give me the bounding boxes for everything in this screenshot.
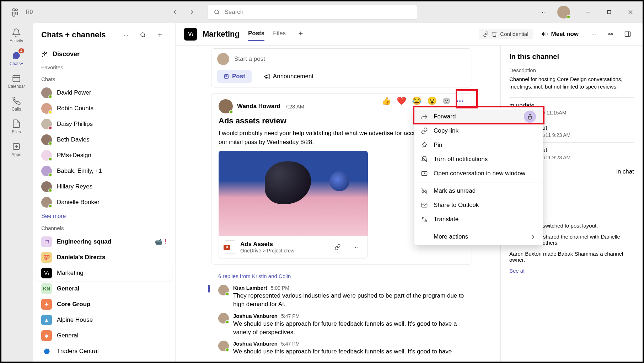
channel-name: Traders Central [57, 348, 98, 355]
titlebar-more-button[interactable]: ⋯ [536, 6, 549, 18]
favorites-header: Favorites [33, 62, 175, 73]
attachment-more-button[interactable]: ⋯ [349, 241, 362, 253]
sidebar-more-button[interactable]: ⋯ [119, 28, 132, 41]
channel-name: Core Group [57, 301, 90, 308]
sidebar-new-button[interactable] [154, 28, 166, 41]
chat-item[interactable]: Robin Counts [33, 101, 175, 116]
open-window-icon [421, 170, 428, 177]
phone-icon [12, 96, 21, 106]
window-minimize-button[interactable] [579, 5, 597, 19]
reply-avatar[interactable] [218, 313, 229, 324]
reply-item: Joshua Vanburen5:47 PMWe should use this… [211, 311, 472, 338]
reaction-add[interactable]: 🙂 [442, 97, 450, 105]
channel-logo-icon: V\ [184, 28, 197, 41]
tab-files[interactable]: Files [273, 27, 286, 41]
rail-files[interactable]: Files [4, 115, 29, 138]
chat-item[interactable]: Danielle Booker [33, 194, 175, 210]
reaction-laugh[interactable]: 😂 [412, 96, 422, 106]
channel-item[interactable]: ●Perfect Score [33, 359, 175, 362]
meet-now-button[interactable]: Meet now [537, 28, 583, 41]
nav-forward-button[interactable] [185, 5, 199, 19]
video-icon: 📹 [155, 238, 162, 246]
channel-icon: V\ [41, 268, 52, 278]
apps-icon [12, 142, 21, 151]
rail-apps[interactable]: Apps [4, 138, 29, 161]
reply-body: We should use this approach for future f… [233, 320, 465, 337]
window-close-button[interactable] [621, 5, 640, 19]
compose-box[interactable]: Start a post Post Announcement [211, 48, 472, 87]
trash-icon [492, 31, 497, 37]
chat-item[interactable]: Babak, Emily, +1 [33, 163, 175, 179]
reply-item: Kian Lambert5:09 PMThey represented vari… [211, 283, 472, 310]
nav-back-button[interactable] [168, 5, 182, 19]
menu-forward[interactable]: Forward [414, 110, 543, 124]
window-maximize-button[interactable] [600, 5, 618, 19]
post-button[interactable]: Post [217, 70, 252, 83]
channel-item[interactable]: ◆General [33, 328, 175, 343]
menu-notifications[interactable]: Turn off notifications [414, 152, 543, 166]
menu-pin[interactable]: Pin [414, 138, 543, 152]
channel-item[interactable]: 💯Daniela's Directs [33, 250, 175, 265]
menu-copy-link[interactable]: Copy link [414, 124, 543, 138]
chat-item[interactable]: David Power [33, 85, 175, 101]
post-image[interactable] [219, 151, 368, 236]
chat-item[interactable]: Hillary Reyes [33, 179, 175, 194]
rail-calls[interactable]: Calls [4, 92, 29, 115]
sidebar-search-button[interactable] [136, 28, 149, 41]
channel-item[interactable]: ▲Alpine House [33, 312, 175, 328]
post-author-avatar[interactable] [219, 99, 233, 113]
reply-author[interactable]: Joshua Vanburen [233, 341, 278, 347]
global-search[interactable] [208, 5, 417, 20]
channel-item[interactable]: KNGeneral [33, 281, 175, 297]
menu-more-actions[interactable]: More actions [414, 230, 543, 244]
channel-more-button[interactable]: ⋯ [587, 28, 600, 41]
panel-toggle-button[interactable] [621, 28, 634, 41]
channel-name: General [57, 285, 79, 292]
replies-link[interactable]: 6 replies from Kristin and Colin [211, 269, 472, 283]
chat-item[interactable]: PMs+Design [33, 148, 175, 163]
menu-translate[interactable]: Translate [414, 212, 543, 226]
channel-item[interactable]: 🔵Traders Central [33, 343, 175, 359]
see-more-link[interactable]: See more [33, 210, 175, 222]
post-author[interactable]: Wanda Howard [237, 103, 280, 110]
channel-name: Marketing [203, 30, 240, 39]
menu-unread[interactable]: Mark as unread [414, 184, 543, 198]
reply-author[interactable]: Kian Lambert [233, 285, 267, 291]
chat-item[interactable]: Beth Davies [33, 132, 175, 148]
channel-item[interactable]: ✦Core Group [33, 297, 175, 312]
reply-author[interactable]: Joshua Vanburen [233, 313, 278, 319]
confidential-pill[interactable]: Confidential [479, 29, 532, 39]
rail-chats[interactable]: 4 Chats+ [4, 47, 29, 70]
chat-name: Danielle Booker [57, 199, 100, 206]
reaction-thumbsup[interactable]: 👍 [381, 96, 391, 106]
attachment-card[interactable]: Ads Assets OneDrive > Project crew ⋯ [219, 236, 368, 258]
add-tab-button[interactable] [294, 27, 307, 40]
rail-activity[interactable]: Activity [4, 24, 29, 47]
rail-calendar[interactable]: Calendar [4, 70, 29, 92]
announcement-button[interactable]: Announcement [257, 70, 320, 83]
chat-avatar [41, 87, 52, 98]
menu-outlook[interactable]: Share to Outlook [414, 198, 543, 212]
reply-avatar[interactable] [218, 285, 229, 295]
attachment-link-button[interactable] [331, 241, 344, 253]
see-all-link[interactable]: See all [509, 268, 634, 274]
chat-avatar [41, 119, 52, 129]
chat-name: Daisy Phillips [57, 121, 93, 128]
search-input[interactable] [224, 9, 411, 16]
chat-name: PMs+Design [57, 152, 91, 159]
post-more-icon[interactable]: ⋯ [456, 96, 465, 106]
copilot-button[interactable] [604, 28, 617, 41]
chats-header: Chats [33, 73, 175, 85]
channel-item[interactable]: ⬚Engineering squad📹! [33, 234, 175, 250]
search-icon [214, 9, 220, 15]
tab-posts[interactable]: Posts [248, 27, 264, 41]
reaction-heart[interactable]: ❤️ [397, 96, 406, 106]
svg-point-37 [422, 191, 424, 192]
channel-item[interactable]: V\Marketing [36, 265, 172, 281]
chat-item[interactable]: Daisy Phillips [33, 116, 175, 132]
reply-avatar[interactable] [218, 341, 229, 351]
user-avatar[interactable] [557, 6, 570, 18]
discover-button[interactable]: Discover [33, 47, 175, 62]
reaction-surprised[interactable]: 😮 [427, 96, 437, 106]
menu-open-window[interactable]: Open conversation in new window [414, 166, 543, 181]
